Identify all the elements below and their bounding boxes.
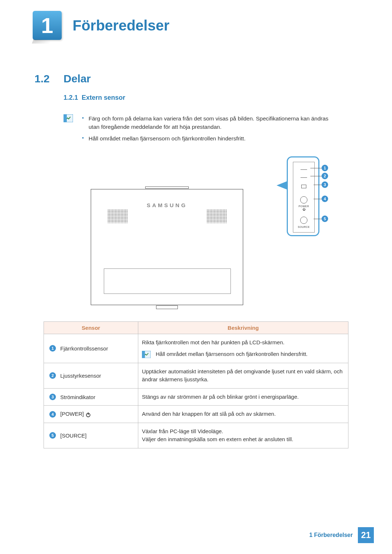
sensor-table: Sensor Beskrivning 1 Fjärrkontrollssenso…	[44, 321, 348, 448]
row-badge-4: 4	[49, 411, 56, 418]
table-row: 3 Strömindikator Stängs av när strömmen …	[44, 388, 348, 406]
note-item: Håll området mellan fjärrsensorn och fjä…	[82, 134, 339, 143]
note-item: Färg och form på delarna kan variera frå…	[82, 114, 339, 131]
sensor-name: Fjärrkontrollssensor	[60, 345, 108, 352]
note-icon	[64, 114, 73, 122]
section-heading: 1.2 Delar	[34, 73, 392, 85]
callout-source-label: SOURCE	[293, 226, 314, 228]
sensor-desc: Växlar från PC-läge till Videoläge.	[142, 427, 344, 436]
diagram-badge-2: 2	[322, 173, 328, 179]
page-footer: 1 Förberedelser 21	[309, 527, 374, 543]
callout-power-label: POWER	[293, 205, 314, 208]
subsection-number: 1.2.1	[64, 94, 78, 102]
note-block: Färg och form på delarna kan variera frå…	[64, 114, 339, 145]
footer-chapter-label: 1 Förberedelser	[309, 532, 353, 538]
sensor-name: Strömindikator	[60, 394, 95, 400]
row-badge-5: 5	[49, 432, 56, 439]
subsection-heading: 1.2.1 Extern sensor	[64, 94, 392, 102]
section-title: Delar	[64, 73, 91, 85]
sensor-desc: Stängs av när strömmen är på och blinkar…	[138, 388, 348, 406]
sensor-desc: Upptäcker automatiskt intensiteten på de…	[138, 363, 348, 388]
chapter-title: Förberedelser	[73, 17, 170, 34]
section-number: 1.2	[34, 73, 64, 85]
sensor-desc-2: Väljer den inmatningskälla som en extern…	[142, 435, 344, 444]
note-icon	[142, 351, 151, 358]
diagram-badge-3: 3	[322, 181, 328, 188]
table-row: 2 Ljusstyrkesensor Upptäcker automatiskt…	[44, 363, 348, 388]
svg-rect-3	[142, 351, 145, 358]
subsection-title: Extern sensor	[82, 94, 125, 102]
sensor-desc: Rikta fjärrkontrollen mot den här punkte…	[142, 338, 344, 347]
diagram-badge-1: 1	[322, 165, 328, 171]
page-number: 21	[358, 527, 374, 543]
table-header-row: Sensor Beskrivning	[44, 321, 348, 334]
device-diagram: SAMSUNG POWER ⏻ SOURCE 1 2 3 4 5	[65, 156, 327, 312]
callout-pointer	[277, 181, 287, 190]
table-row: 4 [POWER] Använd den här knappen för att…	[44, 406, 348, 423]
row-badge-2: 2	[49, 372, 56, 379]
diagram-badge-4: 4	[322, 196, 328, 202]
table-header-sensor: Sensor	[44, 321, 138, 334]
sensor-name: [POWER]	[60, 411, 84, 417]
row-badge-1: 1	[49, 345, 56, 352]
sensor-name: [SOURCE]	[60, 432, 87, 439]
note-list: Färg och form på delarna kan variera frå…	[82, 114, 339, 145]
brand-label: SAMSUNG	[91, 202, 243, 208]
svg-rect-1	[64, 114, 67, 122]
power-icon	[85, 412, 91, 418]
device-outline: SAMSUNG	[91, 189, 243, 305]
row-badge-3: 3	[49, 394, 56, 400]
sensor-note: Håll området mellan fjärrsensorn och fjä…	[156, 350, 308, 358]
sensor-desc: Använd den här knappen för att slå på oc…	[138, 406, 348, 423]
diagram-badge-5: 5	[322, 216, 328, 222]
sensor-name: Ljusstyrkesensor	[60, 373, 101, 379]
table-header-description: Beskrivning	[138, 321, 348, 334]
table-row: 5 [SOURCE] Växlar från PC-läge till Vide…	[44, 423, 348, 448]
table-row: 1 Fjärrkontrollssensor Rikta fjärrkontro…	[44, 334, 348, 363]
sensor-callout: POWER ⏻ SOURCE	[287, 156, 319, 236]
chapter-header: 1 Förberedelser	[0, 0, 392, 40]
chapter-number-badge: 1	[33, 11, 62, 40]
